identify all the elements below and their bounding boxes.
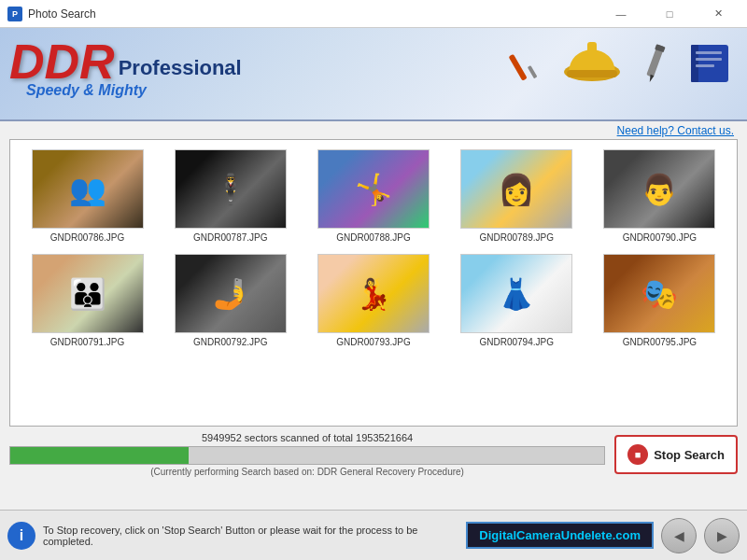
photo-filename: GNDR00791.JPG: [50, 337, 124, 347]
tool-icons: [505, 33, 738, 93]
photo-filename: GNDR00794.JPG: [479, 337, 553, 347]
svg-rect-3: [567, 70, 617, 77]
photo-item[interactable]: 👨GNDR00790.JPG: [592, 149, 727, 243]
photo-thumbnail[interactable]: 👪: [32, 254, 144, 333]
photo-item[interactable]: 💃GNDR00793.JPG: [305, 254, 441, 347]
next-button[interactable]: ▶: [704, 518, 740, 553]
professional-text: Professional: [119, 58, 242, 78]
photo-filename: GNDR00792.JPG: [193, 337, 267, 347]
screwdriver-icon: [505, 40, 552, 87]
minimize-button[interactable]: —: [599, 0, 642, 28]
photo-item[interactable]: 👪GNDR00791.JPG: [20, 254, 155, 347]
photo-thumbnail[interactable]: 👗: [460, 254, 572, 333]
photo-filename: GNDR00795.JPG: [623, 337, 697, 347]
help-link[interactable]: Need help? Contact us.: [617, 124, 734, 137]
photo-thumbnail[interactable]: 👨: [603, 149, 715, 229]
pen-icon: [632, 40, 679, 87]
photo-thumbnail[interactable]: 👩: [460, 149, 572, 229]
photo-item[interactable]: 🤸GNDR00788.JPG: [305, 149, 441, 243]
photo-item[interactable]: 🤳GNDR00792.JPG: [162, 254, 298, 347]
photo-filename: GNDR00793.JPG: [336, 337, 410, 347]
svg-rect-9: [691, 45, 698, 82]
maximize-button[interactable]: □: [648, 0, 691, 28]
svg-rect-10: [696, 51, 722, 54]
svg-rect-4: [587, 42, 597, 55]
photo-thumbnail[interactable]: 💃: [317, 254, 430, 333]
photo-thumbnail[interactable]: 🎭: [603, 254, 715, 333]
photo-filename: GNDR00790.JPG: [623, 232, 697, 243]
photo-grid: 👥GNDR00786.JPG🕴️GNDR00787.JPG🤸GNDR00788.…: [20, 149, 727, 347]
svg-rect-12: [696, 64, 714, 67]
scan-text: 5949952 sectors scanned of total 1953521…: [9, 432, 605, 443]
help-link-row: Need help? Contact us.: [0, 121, 747, 139]
hard-hat-icon: [559, 33, 625, 93]
title-bar: P Photo Search — □ ✕: [0, 0, 747, 28]
status-message: To Stop recovery, click on 'Stop Search'…: [43, 525, 458, 547]
photo-grid-container[interactable]: 👥GNDR00786.JPG🕴️GNDR00787.JPG🤸GNDR00788.…: [9, 139, 738, 427]
ddr-text: DDR: [9, 37, 115, 86]
progress-left: 5949952 sectors scanned of total 1953521…: [9, 432, 605, 477]
photo-item[interactable]: 👗GNDR00794.JPG: [449, 254, 585, 347]
progress-row: 5949952 sectors scanned of total 1953521…: [0, 427, 747, 479]
stop-icon: ■: [627, 444, 648, 465]
header-banner: DDRProfessional Speedy & Mighty: [0, 28, 747, 121]
book-icon: [686, 40, 738, 87]
svg-rect-1: [528, 65, 537, 78]
website-banner: DigitalCameraUndelete.com: [466, 522, 654, 549]
close-button[interactable]: ✕: [697, 0, 740, 28]
window-title: Photo Search: [28, 7, 594, 21]
svg-rect-11: [696, 58, 722, 61]
status-bar: i To Stop recovery, click on 'Stop Searc…: [0, 510, 747, 560]
stop-search-label: Stop Search: [654, 448, 725, 462]
photo-item[interactable]: 🕴️GNDR00787.JPG: [162, 149, 298, 243]
progress-bar-fill: [10, 447, 189, 464]
svg-rect-0: [509, 53, 528, 80]
info-icon: i: [7, 522, 35, 550]
ddr-logo: DDRProfessional Speedy & Mighty: [9, 37, 242, 99]
photo-filename: GNDR00788.JPG: [336, 232, 410, 243]
progress-bar-bg: [9, 446, 605, 465]
photo-filename: GNDR00787.JPG: [193, 232, 267, 243]
app-icon: P: [7, 7, 22, 21]
photo-item[interactable]: 👥GNDR00786.JPG: [20, 149, 155, 243]
stop-search-button[interactable]: ■ Stop Search: [614, 435, 738, 474]
photo-thumbnail[interactable]: 🤳: [175, 254, 287, 333]
photo-item[interactable]: 👩GNDR00789.JPG: [449, 149, 585, 243]
back-button[interactable]: ◀: [661, 518, 697, 553]
photo-thumbnail[interactable]: 🕴️: [175, 149, 287, 229]
photo-filename: GNDR00786.JPG: [50, 232, 124, 243]
photo-thumbnail[interactable]: 👥: [32, 149, 144, 229]
photo-item[interactable]: 🎭GNDR00795.JPG: [592, 254, 727, 347]
photo-thumbnail[interactable]: 🤸: [317, 149, 430, 229]
photo-filename: GNDR00789.JPG: [479, 232, 553, 243]
progress-status-text: (Currently performing Search based on: D…: [9, 467, 605, 477]
